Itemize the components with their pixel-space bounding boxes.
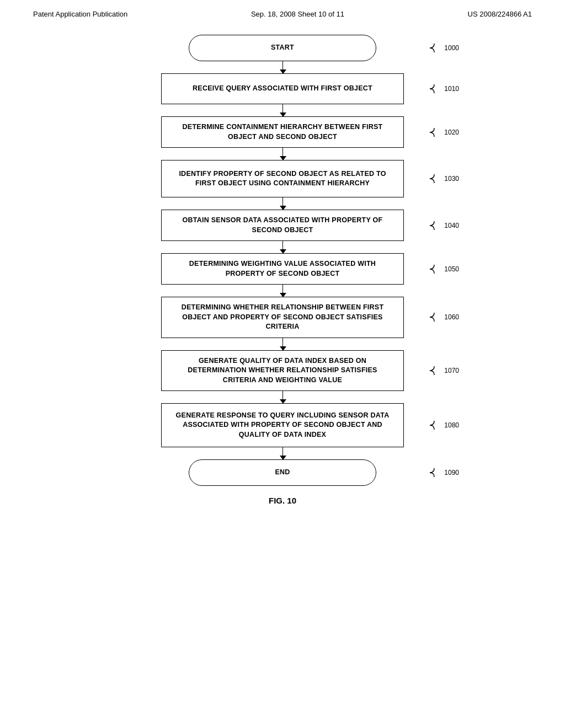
row-1080: GENERATE RESPONSE TO QUERY INCLUDING SEN…	[89, 403, 476, 447]
node-1010: RECEIVE QUERY ASSOCIATED WITH FIRST OBJE…	[161, 73, 404, 104]
row-1010: RECEIVE QUERY ASSOCIATED WITH FIRST OBJE…	[89, 73, 476, 104]
arrow-1	[282, 104, 283, 116]
row-start: START 1000	[89, 35, 476, 61]
bracket-svg-1060	[429, 312, 444, 323]
label-1000: 1000	[429, 42, 459, 53]
bracket-svg-1020	[429, 127, 444, 138]
node-1060: DETERMINING WHETHER RELATIONSHIP BETWEEN…	[161, 297, 404, 338]
bracket-svg-1000	[429, 42, 444, 53]
row-1020: DETERMINE CONTAINMENT HIERARCHY BETWEEN …	[89, 116, 476, 148]
arrow-5	[282, 285, 283, 297]
node-1030: IDENTIFY PROPERTY OF SECOND OBJECT AS RE…	[161, 160, 404, 197]
bracket-svg-1080	[429, 420, 444, 431]
arrow-0	[282, 61, 283, 73]
label-1040: 1040	[429, 220, 459, 231]
header-right: US 2008/224866 A1	[468, 10, 532, 18]
end-node: END	[189, 459, 376, 486]
arrow-4	[282, 241, 283, 253]
label-1080: 1080	[429, 420, 459, 431]
row-1070: GENERATE QUALITY OF DATA INDEX BASED ON …	[89, 350, 476, 392]
node-1050: DETERMINING WEIGHTING VALUE ASSOCIATED W…	[161, 253, 404, 285]
row-1040: OBTAIN SENSOR DATA ASSOCIATED WITH PROPE…	[89, 210, 476, 241]
label-1030: 1030	[429, 173, 459, 184]
label-1050: 1050	[429, 264, 459, 275]
label-1020: 1020	[429, 127, 459, 138]
row-1060: DETERMINING WHETHER RELATIONSHIP BETWEEN…	[89, 297, 476, 338]
bracket-svg-1010	[429, 83, 444, 94]
label-1010: 1010	[429, 83, 459, 94]
arrow-2	[282, 148, 283, 160]
label-1070: 1070	[429, 365, 459, 376]
row-end: END 1090	[89, 459, 476, 486]
bracket-svg-1030	[429, 173, 444, 184]
diagram-container: START 1000 RECEIVE QUERY ASSOCIATED WITH…	[0, 24, 565, 511]
flow-wrapper: START 1000 RECEIVE QUERY ASSOCIATED WITH…	[0, 35, 565, 486]
fig-caption: FIG. 10	[269, 496, 296, 505]
arrow-7	[282, 391, 283, 403]
label-1060: 1060	[429, 312, 459, 323]
bracket-svg-1040	[429, 220, 444, 231]
bracket-svg-1090	[429, 467, 444, 478]
arrow-6	[282, 338, 283, 350]
node-1070: GENERATE QUALITY OF DATA INDEX BASED ON …	[161, 350, 404, 392]
arrow-8	[282, 447, 283, 459]
row-1030: IDENTIFY PROPERTY OF SECOND OBJECT AS RE…	[89, 160, 476, 197]
node-1040: OBTAIN SENSOR DATA ASSOCIATED WITH PROPE…	[161, 210, 404, 241]
arrow-3	[282, 197, 283, 210]
node-1020: DETERMINE CONTAINMENT HIERARCHY BETWEEN …	[161, 116, 404, 148]
label-1090: 1090	[429, 467, 459, 478]
start-node: START	[189, 35, 376, 61]
header-middle: Sep. 18, 2008 Sheet 10 of 11	[251, 10, 344, 18]
page-header: Patent Application Publication Sep. 18, …	[0, 0, 565, 24]
bracket-svg-1070	[429, 365, 444, 376]
bracket-svg-1050	[429, 264, 444, 275]
row-1050: DETERMINING WEIGHTING VALUE ASSOCIATED W…	[89, 253, 476, 285]
node-1080: GENERATE RESPONSE TO QUERY INCLUDING SEN…	[161, 403, 404, 447]
header-left: Patent Application Publication	[33, 10, 127, 18]
